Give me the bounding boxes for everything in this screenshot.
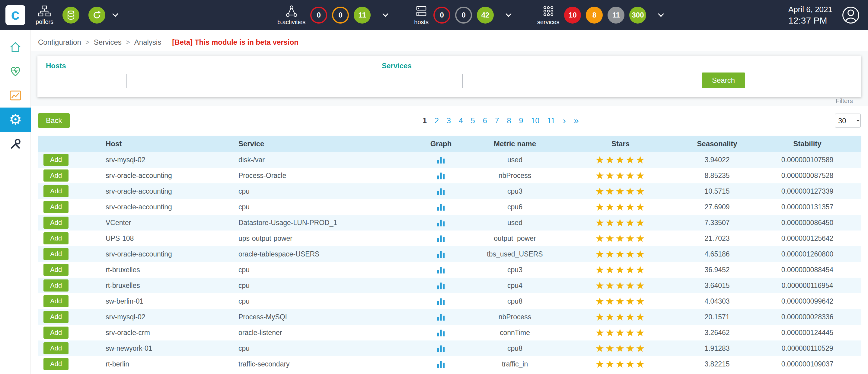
stability-cell: 0.000000107589 <box>753 156 861 164</box>
user-menu[interactable] <box>841 6 860 25</box>
service-cell: cpu <box>219 203 412 211</box>
add-button[interactable]: Add <box>43 311 68 323</box>
breadcrumb-separator: > <box>126 38 130 47</box>
stability-cell: 0.000000131357 <box>753 203 861 211</box>
metric-cell: tbs_used_USERS <box>470 250 560 258</box>
metric-cell: cpu4 <box>470 282 560 290</box>
sidebar-item-home[interactable] <box>0 35 31 59</box>
service-cell: Process-MySQL <box>219 313 412 321</box>
hosts-label: hosts <box>414 19 429 26</box>
pagination-page[interactable]: 9 <box>519 116 523 125</box>
graph-icon[interactable] <box>436 155 446 164</box>
graph-icon[interactable] <box>436 171 446 180</box>
pagination-page[interactable]: 7 <box>495 116 499 125</box>
seasonality-cell: 3.26462 <box>681 329 753 337</box>
back-button[interactable]: Back <box>38 113 70 128</box>
column-header-stars: Stars <box>560 140 681 148</box>
services-critical-badge[interactable]: 10 <box>564 7 581 24</box>
pagination-page[interactable]: 11 <box>547 116 555 125</box>
hosts-up-badge[interactable]: 42 <box>477 7 494 24</box>
graph-icon[interactable] <box>436 234 446 243</box>
sidebar-item-administration[interactable] <box>0 132 31 156</box>
graph-icon[interactable] <box>436 328 446 337</box>
graph-icon[interactable] <box>436 312 446 321</box>
hosts-status-group[interactable]: hosts 0 0 42 <box>414 5 511 26</box>
add-button[interactable]: Add <box>43 201 68 213</box>
seasonality-cell: 20.1571 <box>681 313 753 321</box>
pagination-page[interactable]: 8 <box>507 116 511 125</box>
graph-icon[interactable] <box>436 250 446 259</box>
graph-icon[interactable] <box>436 202 446 211</box>
breadcrumb-services[interactable]: Services <box>94 38 122 47</box>
service-cell: cpu <box>219 344 412 352</box>
pagination-page[interactable]: 1 <box>423 116 427 125</box>
business-activities-label: b.activities <box>277 19 305 26</box>
pagination-page[interactable]: 10 <box>531 116 539 125</box>
ba-critical-badge[interactable]: 0 <box>310 7 327 24</box>
hosts-filter-input[interactable] <box>46 74 127 88</box>
add-button[interactable]: Add <box>43 185 68 197</box>
services-chevron-down-icon[interactable] <box>658 11 664 17</box>
ba-chevron-down-icon[interactable] <box>382 11 389 17</box>
host-cell: rt-berlin <box>86 360 219 368</box>
add-button[interactable]: Add <box>43 154 68 166</box>
pollers-chevron-down-icon[interactable] <box>112 11 118 17</box>
pagination-page[interactable]: 6 <box>483 116 487 125</box>
metric-cell: nbProcess <box>470 172 560 180</box>
hosts-unreachable-badge[interactable]: 0 <box>455 7 472 24</box>
sidebar-item-monitoring[interactable] <box>0 59 31 83</box>
services-filter-input[interactable] <box>382 74 463 88</box>
add-button[interactable]: Add <box>43 217 68 229</box>
services-unknown-badge[interactable]: 11 <box>608 7 624 24</box>
centreon-logo[interactable]: c <box>5 5 25 25</box>
graph-icon[interactable] <box>436 359 446 369</box>
add-button[interactable]: Add <box>43 342 68 354</box>
graph-icon[interactable] <box>436 281 446 290</box>
services-status-group[interactable]: services 10 8 11 300 <box>537 5 663 26</box>
host-cell: srv-mysql-02 <box>86 156 219 164</box>
pagination-page[interactable]: 2 <box>435 116 439 125</box>
business-activities-status-group[interactable]: b.activities 0 0 11 <box>277 5 388 26</box>
hosts-chevron-down-icon[interactable] <box>505 11 512 17</box>
page-size-select[interactable]: 30 <box>835 114 861 127</box>
pagination-next-icon[interactable]: › <box>563 116 566 125</box>
add-button[interactable]: Add <box>43 326 68 339</box>
heartbeat-icon <box>9 65 22 78</box>
star-rating: ★★★★★ <box>560 265 681 275</box>
graph-icon[interactable] <box>436 218 446 227</box>
seasonality-cell: 21.7023 <box>681 234 753 242</box>
hosts-down-badge[interactable]: 0 <box>433 7 450 24</box>
seasonality-cell: 4.04303 <box>681 297 753 306</box>
table-row: Add VCenter Datastore-Usage-LUN-PROD_1 u… <box>38 215 861 230</box>
graph-icon[interactable] <box>436 297 446 306</box>
add-button[interactable]: Add <box>43 248 68 260</box>
sidebar-item-configuration[interactable]: ⚙ <box>0 108 31 132</box>
add-button[interactable]: Add <box>43 280 68 291</box>
pagination-last-icon[interactable]: » <box>574 116 579 125</box>
ba-warning-badge[interactable]: 0 <box>332 7 349 24</box>
pagination-page[interactable]: 4 <box>459 116 463 125</box>
current-time: 12:37 PM <box>788 16 832 26</box>
breadcrumb-analysis[interactable]: Analysis <box>134 38 161 47</box>
sidebar-item-reporting[interactable] <box>0 83 31 108</box>
graph-icon[interactable] <box>436 187 446 196</box>
add-button[interactable]: Add <box>43 358 68 370</box>
add-button[interactable]: Add <box>43 264 68 276</box>
services-ok-badge[interactable]: 300 <box>629 7 646 24</box>
graph-icon[interactable] <box>436 344 446 353</box>
poller-database-status-icon[interactable] <box>62 7 80 24</box>
add-button[interactable]: Add <box>43 170 68 181</box>
pagination-page[interactable]: 5 <box>471 116 475 125</box>
poller-latency-status-icon[interactable] <box>88 7 105 24</box>
pollers-menu[interactable]: pollers <box>36 5 54 25</box>
add-button[interactable]: Add <box>43 232 68 244</box>
add-button[interactable]: Add <box>43 295 68 307</box>
search-button[interactable]: Search <box>702 73 745 88</box>
services-warning-badge[interactable]: 8 <box>586 7 603 24</box>
breadcrumb-configuration[interactable]: Configuration <box>38 38 81 47</box>
app-root: c pollers <box>0 0 868 374</box>
table-row: Add srv-oracle-accounting oracle-tablesp… <box>38 246 861 262</box>
graph-icon[interactable] <box>436 265 446 274</box>
ba-ok-badge[interactable]: 11 <box>354 7 371 24</box>
pagination-page[interactable]: 3 <box>447 116 451 125</box>
